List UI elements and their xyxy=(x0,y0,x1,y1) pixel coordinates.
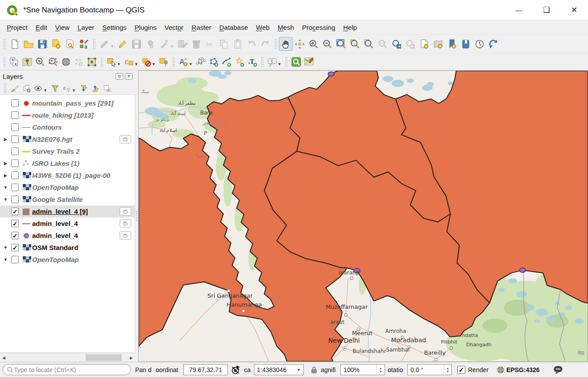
filter-legend-button[interactable] xyxy=(50,83,60,94)
toolbar-handle[interactable] xyxy=(3,38,6,50)
menu-help[interactable]: Help xyxy=(339,22,361,33)
layer-item[interactable]: ✓admin_level_4 xyxy=(0,229,135,242)
temporal-controller-button[interactable] xyxy=(472,37,486,51)
digitize-shape-button[interactable] xyxy=(143,37,157,51)
zoom-last-button[interactable] xyxy=(389,37,403,51)
maximize-button[interactable]: ❑ xyxy=(533,0,560,20)
layer-visibility-checkbox[interactable]: ✓ xyxy=(11,244,19,251)
locator-input[interactable] xyxy=(14,366,127,373)
zoom-next-button[interactable] xyxy=(403,37,417,51)
memory-layer-indicator-icon[interactable] xyxy=(120,231,131,240)
render-checkbox[interactable]: ✓ xyxy=(457,366,465,374)
toolbar-handle[interactable] xyxy=(92,38,95,50)
crs-status[interactable]: EPSG:4326 xyxy=(506,366,540,373)
open-project-button[interactable] xyxy=(21,37,35,51)
layer-item[interactable]: ✓admin_level_4 xyxy=(0,217,135,229)
toolbar-handle[interactable] xyxy=(261,56,264,68)
new-project-button[interactable] xyxy=(8,37,21,51)
layer-visibility-checkbox[interactable] xyxy=(11,135,19,143)
toolbar-handle[interactable] xyxy=(172,56,175,68)
layer-item[interactable]: ▼Google Satellite xyxy=(0,193,135,205)
bookmarks-panel-button[interactable] xyxy=(459,37,472,51)
style-manager-button[interactable] xyxy=(77,37,91,51)
zoom-to-points-button[interactable] xyxy=(46,55,59,68)
layer-visibility-checkbox[interactable] xyxy=(11,160,19,167)
undo-button[interactable] xyxy=(244,37,258,51)
layer-item[interactable]: ▼OpenTopoMap xyxy=(0,254,135,266)
paste-features-button[interactable] xyxy=(231,37,244,51)
select-by-location-button[interactable] xyxy=(157,55,170,68)
menu-mesh[interactable]: Mesh xyxy=(273,22,298,33)
coordinate-display[interactable]: 79.67,32.71 xyxy=(183,364,228,375)
osm-edit-button[interactable] xyxy=(302,55,315,68)
layer-item[interactable]: ▶N32E076.hgt xyxy=(0,133,135,145)
layer-expanded-arrow-icon[interactable]: ▼ xyxy=(2,185,9,190)
close-button[interactable]: ✕ xyxy=(560,0,588,20)
layer-visibility-checkbox[interactable] xyxy=(11,184,19,191)
redo-button[interactable] xyxy=(258,37,272,51)
layout-manager-button[interactable] xyxy=(63,37,77,51)
map-canvas[interactable]: مظفر آبادایبٹ آباداسلام آبادبریکو بورمین… xyxy=(138,70,588,362)
layer-item[interactable]: mountain_pass_yes [291] xyxy=(0,97,135,109)
layer-labeling-button[interactable] xyxy=(177,55,190,68)
deselect-all-button[interactable] xyxy=(140,55,153,68)
layer-item[interactable]: ▶I43W6_52D6 (1)_page-00 xyxy=(0,169,135,181)
add-group-button[interactable] xyxy=(21,83,32,94)
layer-visibility-checkbox[interactable]: ✓ xyxy=(11,220,19,227)
layer-visibility-checkbox[interactable] xyxy=(11,123,19,131)
panel-undock-icon[interactable]: ⧉ xyxy=(116,73,123,80)
open-layer-styling-button[interactable] xyxy=(9,83,20,94)
filter-by-expression-dropdown-icon[interactable]: ▼ xyxy=(72,88,76,93)
save-layer-edits-button[interactable] xyxy=(129,37,143,51)
expand-all-button[interactable] xyxy=(78,83,89,94)
magnifier-spinbox[interactable]: 100% ▲▼ xyxy=(340,364,385,375)
scrollbar-thumb[interactable] xyxy=(86,354,122,361)
cut-features-button[interactable] xyxy=(203,37,217,51)
scale-combo[interactable]: 1:4383046 ▼ xyxy=(254,364,304,375)
minimize-button[interactable]: — xyxy=(505,0,533,20)
toolbar-handle[interactable] xyxy=(3,56,6,68)
menu-settings[interactable]: Settings xyxy=(98,22,130,33)
layer-expanded-arrow-icon[interactable]: ▼ xyxy=(2,197,9,202)
map-pin-tool-button[interactable] xyxy=(21,55,33,68)
zoom-native-button[interactable] xyxy=(376,37,389,51)
layer-visibility-checkbox[interactable]: ✓ xyxy=(11,208,19,215)
collapse-all-button[interactable] xyxy=(90,83,100,94)
identify-features-button[interactable] xyxy=(8,55,21,68)
show-bookmarks-button[interactable] xyxy=(431,37,445,51)
add-line-annotation-button[interactable] xyxy=(220,55,233,68)
menu-vector[interactable]: Vector xyxy=(161,22,188,33)
layer-item[interactable]: route_hiking [1013] xyxy=(0,109,135,121)
spinner-arrows-icon[interactable]: ▲▼ xyxy=(443,365,451,375)
osm-place-search-button[interactable] xyxy=(290,55,302,68)
memory-layer-indicator-icon[interactable] xyxy=(120,135,131,143)
modify-attributes-button[interactable] xyxy=(175,37,189,51)
filter-by-expression-button[interactable] xyxy=(61,83,72,94)
layer-visibility-checkbox[interactable] xyxy=(11,111,19,119)
menu-database[interactable]: Database xyxy=(215,22,252,33)
toolbar-handle[interactable] xyxy=(4,82,7,94)
refresh-map-button[interactable] xyxy=(486,37,500,51)
rotation-spinbox[interactable]: 0.0 ° ▲▼ xyxy=(407,364,452,375)
layer-item[interactable]: ✓admin_level_4 [9] xyxy=(0,205,135,217)
add-marker-annotation-button[interactable] xyxy=(233,55,246,68)
menu-edit[interactable]: Edit xyxy=(32,22,51,33)
select-by-expression-button[interactable] xyxy=(122,55,135,68)
layers-horizontal-scrollbar[interactable]: ◀ ▶ xyxy=(0,353,135,362)
menu-web[interactable]: Web xyxy=(252,22,274,33)
messages-balloon-icon[interactable] xyxy=(551,365,565,375)
zoom-to-selection-button[interactable] xyxy=(348,37,362,51)
remove-layer-button[interactable] xyxy=(101,83,112,94)
layer-item[interactable]: ▼✓OSM Standard xyxy=(0,242,135,254)
toolbar-handle[interactable] xyxy=(274,38,277,50)
map-tips-button[interactable] xyxy=(265,55,278,68)
new-spatial-bookmark-button[interactable] xyxy=(445,37,459,51)
pan-to-selection-button[interactable] xyxy=(293,37,306,51)
panel-splitter[interactable] xyxy=(135,70,138,362)
zoom-full-button[interactable] xyxy=(334,37,348,51)
memory-layer-indicator-icon[interactable] xyxy=(120,219,131,228)
layer-visibility-checkbox[interactable] xyxy=(11,196,19,203)
memory-layer-indicator-icon[interactable] xyxy=(120,207,131,216)
new-map-view-button[interactable] xyxy=(85,55,98,68)
menu-processing[interactable]: Processing xyxy=(298,22,339,33)
